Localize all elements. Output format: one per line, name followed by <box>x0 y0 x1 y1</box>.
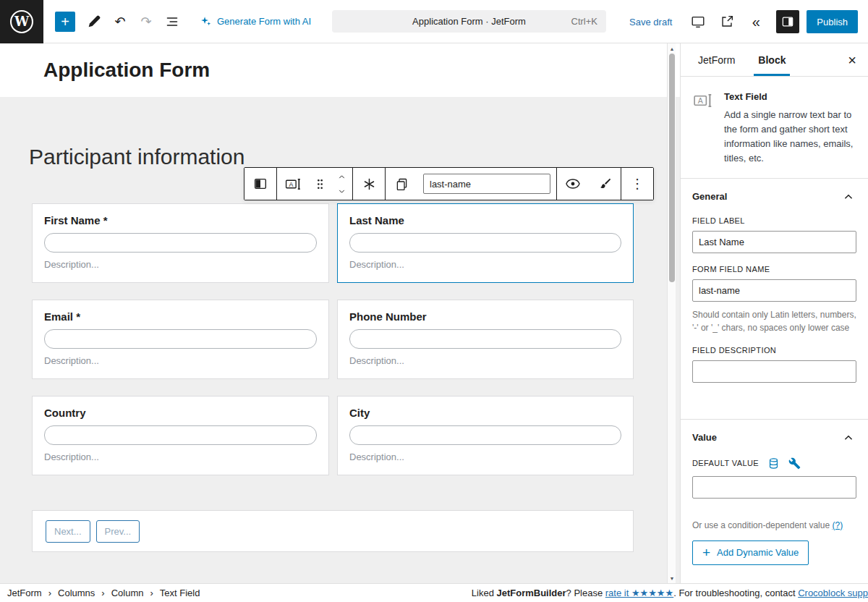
required-toggle-button[interactable] <box>353 168 385 200</box>
post-title[interactable]: Application Form <box>43 59 210 82</box>
ai-button-label: Generate Form with AI <box>217 16 311 27</box>
wordpress-logo[interactable]: W <box>0 0 43 43</box>
panel-value-header[interactable]: Value <box>681 420 868 456</box>
field-preview-input[interactable] <box>349 233 621 253</box>
settings-sidebar-toggle-button[interactable] <box>776 10 799 33</box>
breadcrumb-column[interactable]: Column <box>111 588 144 598</box>
condition-help-link[interactable]: (?) <box>832 520 843 530</box>
field-description-text: Description... <box>349 259 621 270</box>
tab-jetform[interactable]: JetForm <box>686 43 746 76</box>
redo-button[interactable]: ↷ <box>133 9 159 35</box>
field-card-last-name-selected[interactable]: Last Name Description... <box>337 203 634 283</box>
sidebar-tabs: JetForm Block × <box>681 43 868 77</box>
tools-button[interactable] <box>81 9 107 35</box>
undo-button[interactable]: ↶ <box>107 9 133 35</box>
svg-text:W: W <box>14 14 30 29</box>
document-title-bar[interactable]: Application Form · JetForm Ctrl+K <box>332 10 606 33</box>
breadcrumb-columns[interactable]: Columns <box>58 588 95 598</box>
field-card-first-name[interactable]: First Name * Description... <box>32 203 329 283</box>
brush-icon <box>597 177 613 192</box>
field-description-input[interactable] <box>692 360 856 383</box>
command-palette-shortcut: Ctrl+K <box>571 16 597 27</box>
condition-note-text: Or use a condition-dependent value <box>692 520 832 530</box>
toolbar-name-group <box>386 168 557 200</box>
form-field-name-input[interactable] <box>692 279 856 302</box>
field-preview-input[interactable] <box>44 329 317 349</box>
field-description-control: FIELD DESCRIPTION <box>692 346 856 383</box>
field-card-country[interactable]: Country Description... <box>32 396 329 475</box>
next-page-button[interactable]: Next... <box>46 520 90 543</box>
publish-button[interactable]: Publish <box>807 10 858 33</box>
preview-button[interactable] <box>685 9 711 35</box>
scroll-down-arrow[interactable]: ▼ <box>668 574 676 582</box>
field-preview-input[interactable] <box>44 233 317 253</box>
prev-page-button[interactable]: Prev... <box>96 520 140 543</box>
move-up-button[interactable] <box>331 169 352 184</box>
field-name-input-wrap <box>417 168 556 200</box>
breadcrumb-jetform[interactable]: JetForm <box>7 588 42 598</box>
preset-database-button[interactable] <box>767 457 780 470</box>
field-label-input[interactable] <box>692 231 856 253</box>
field-label: Phone Number <box>349 310 621 323</box>
field-description-label: FIELD DESCRIPTION <box>692 346 856 355</box>
text-field-block-button[interactable]: A <box>277 168 309 200</box>
view-site-button[interactable] <box>714 9 740 35</box>
field-preview-input[interactable] <box>349 425 621 445</box>
add-block-button[interactable]: + <box>55 12 75 32</box>
promo-prefix: Liked <box>472 588 497 598</box>
plus-icon: + <box>61 14 69 29</box>
breadcrumb: JetForm › Columns › Column › Text Field <box>7 588 200 598</box>
field-card-email[interactable]: Email * Description... <box>32 300 329 379</box>
toolbar-parent-group <box>244 168 277 200</box>
field-description-text: Description... <box>349 355 621 366</box>
breadcrumb-text-field[interactable]: Text Field <box>160 588 200 598</box>
pencil-icon <box>86 14 102 30</box>
field-label: First Name * <box>44 214 317 226</box>
panel-value-title: Value <box>692 432 717 443</box>
field-label: Country <box>44 407 317 419</box>
field-card-city[interactable]: City Description... <box>337 396 634 475</box>
style-brush-button[interactable] <box>589 168 621 200</box>
save-draft-button[interactable]: Save draft <box>624 12 678 32</box>
form-pager-block[interactable]: Next... Prev... <box>32 510 634 552</box>
support-link[interactable]: Crocoblock supp <box>798 588 868 598</box>
move-down-button[interactable] <box>331 184 352 198</box>
default-value-label-row: DEFAULT VALUE <box>692 457 856 470</box>
visibility-button[interactable] <box>557 168 589 200</box>
toolbar-field-name-input[interactable] <box>423 174 550 194</box>
field-card-phone-number[interactable]: Phone Number Description... <box>337 300 634 379</box>
double-chevron-left-icon: « <box>752 14 760 30</box>
form-field-name-help: Should contain only Latin letters, numbe… <box>692 308 856 334</box>
text-field-icon: A <box>284 175 302 193</box>
column-block-icon <box>252 176 268 192</box>
tab-block[interactable]: Block <box>746 43 797 76</box>
list-view-icon <box>164 14 180 30</box>
close-sidebar-button[interactable]: × <box>842 48 862 71</box>
condition-note: Or use a condition-dependent value (?) <box>692 520 856 530</box>
field-label-label: FIELD LABEL <box>692 216 856 225</box>
select-parent-column-button[interactable] <box>244 168 276 200</box>
field-label: Email * <box>44 310 317 323</box>
scrollbar-thumb[interactable] <box>669 54 675 282</box>
rate-link[interactable]: rate it ★★★★★ <box>605 588 673 598</box>
options-menu-button[interactable]: ⋮ <box>621 168 653 200</box>
generate-form-ai-button[interactable]: Generate Form with AI <box>195 12 315 30</box>
chevron-down-icon <box>336 187 348 196</box>
list-view-button[interactable] <box>159 9 185 35</box>
panel-general-header[interactable]: General <box>681 179 868 215</box>
collapse-topbar-button[interactable]: « <box>743 9 769 35</box>
toolbar-block-group: A <box>277 168 353 200</box>
promo-after-rate: . For troubleshooting, contact <box>673 588 798 598</box>
field-preview-input[interactable] <box>44 425 317 445</box>
scroll-up-arrow[interactable]: ▲ <box>668 44 676 53</box>
svg-text:A: A <box>289 181 293 188</box>
duplicate-button[interactable] <box>386 168 417 200</box>
default-value-input[interactable] <box>692 476 856 499</box>
canvas-scrollbar[interactable]: ▲ ▼ <box>667 43 676 583</box>
macros-wrench-button[interactable] <box>788 457 801 470</box>
drag-handle[interactable] <box>309 168 331 200</box>
add-dynamic-value-button[interactable]: + Add Dynamic Value <box>692 540 809 565</box>
form-section-heading[interactable]: Participant information <box>29 145 244 169</box>
field-preview-input[interactable] <box>349 329 621 349</box>
duplicate-icon <box>394 177 409 192</box>
